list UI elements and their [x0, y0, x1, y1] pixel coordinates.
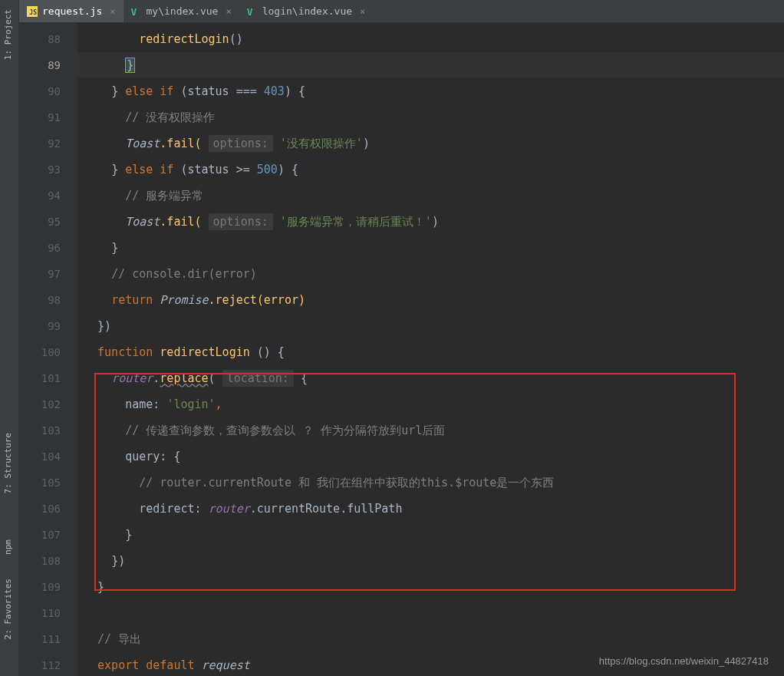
watermark-text: https://blog.csdn.net/weixin_44827418 — [599, 655, 769, 667]
tab-label: my\index.vue — [147, 5, 219, 17]
js-file-icon: JS — [27, 6, 38, 17]
close-icon[interactable]: × — [360, 6, 365, 17]
tab-label: login\index.vue — [262, 5, 352, 17]
code-line: redirect: router.currentRoute.fullPath — [77, 496, 784, 522]
code-line: } — [77, 235, 784, 261]
project-tool-tab[interactable]: 1: Project — [0, 3, 16, 66]
code-line: query: { — [77, 444, 784, 470]
structure-tool-tab[interactable]: 7: Structure — [0, 427, 16, 500]
code-line: redirectLogin() — [77, 26, 784, 52]
code-line: // 没有权限操作 — [77, 104, 784, 130]
code-line: } — [77, 574, 784, 600]
editor-tabs-bar: JS request.js × V my\index.vue × V login… — [19, 0, 784, 23]
code-line: }) — [77, 313, 784, 339]
code-line: } else if (status >= 500) { — [77, 157, 784, 183]
code-line: // router.currentRoute 和 我们在组件中获取的this.$… — [77, 470, 784, 496]
code-line: // 导出 — [77, 626, 784, 652]
code-area[interactable]: redirectLogin() } } else if (status === … — [77, 23, 784, 676]
code-line: // 服务端异常 — [77, 183, 784, 209]
code-line: Toast.fail( options: '服务端异常，请稍后重试！') — [77, 209, 784, 235]
code-line: // 传递查询参数，查询参数会以 ？ 作为分隔符放到url后面 — [77, 417, 784, 444]
close-icon[interactable]: × — [226, 6, 231, 17]
vue-file-icon: V — [247, 6, 258, 17]
close-icon[interactable]: × — [110, 6, 115, 17]
tab-login-index-vue[interactable]: V login\index.vue × — [239, 0, 374, 22]
code-line: Toast.fail( options: '没有权限操作') — [77, 130, 784, 157]
code-line: function redirectLogin () { — [77, 339, 784, 365]
tab-request-js[interactable]: JS request.js × — [19, 0, 124, 22]
code-line: name: 'login', — [77, 391, 784, 417]
code-line: router.replace( location: { — [77, 365, 784, 391]
code-line — [77, 600, 784, 626]
line-number-gutter: 8889909192939495969798991001011021031041… — [19, 23, 77, 676]
vue-file-icon: V — [131, 6, 142, 17]
left-tool-panel: 1: Project 7: Structure npm 2: Favorites — [0, 0, 19, 676]
code-line: } — [77, 522, 784, 548]
favorites-tool-tab[interactable]: 2: Favorites — [0, 572, 16, 645]
code-line: }) — [77, 548, 784, 574]
npm-tool-tab[interactable]: npm — [0, 533, 16, 561]
code-line: } else if (status === 403) { — [77, 78, 784, 104]
tab-label: request.js — [42, 5, 102, 17]
code-line: return Promise.reject(error) — [77, 287, 784, 313]
code-editor[interactable]: 8889909192939495969798991001011021031041… — [19, 23, 784, 676]
code-line: // console.dir(error) — [77, 261, 784, 287]
tab-my-index-vue[interactable]: V my\index.vue × — [124, 0, 239, 22]
code-line: } — [77, 52, 784, 78]
